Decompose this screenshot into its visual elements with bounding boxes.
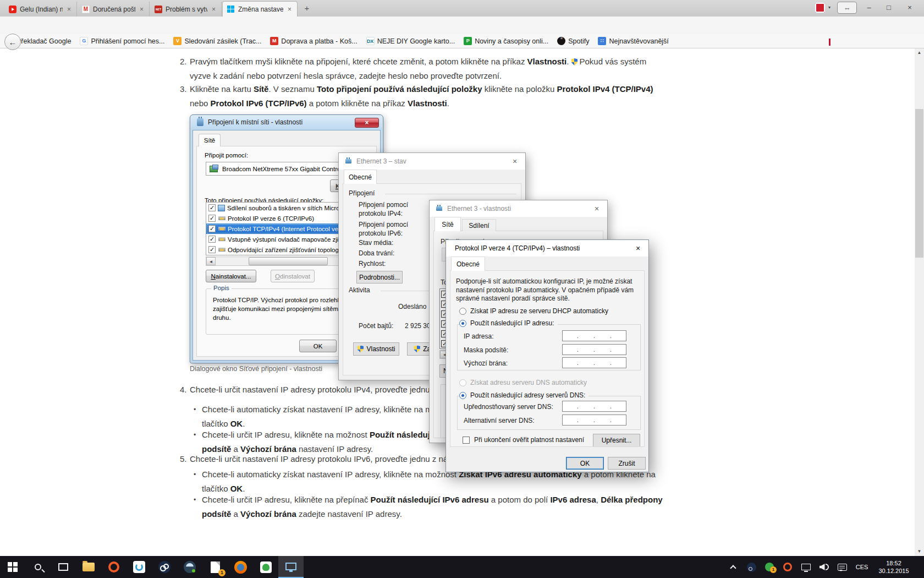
radio-dns-auto-disabled[interactable]: Získat adresu serveru DNS automaticky	[459, 379, 587, 386]
tab-sharing[interactable]: Sdílení	[462, 219, 496, 231]
start-button[interactable]	[0, 556, 25, 578]
close-button[interactable]: ×	[586, 204, 607, 213]
radio-icon[interactable]	[459, 308, 466, 315]
bookmark-google-login[interactable]: GPřihlášení pomocí hes...	[80, 37, 164, 45]
uplay-icon	[133, 561, 145, 573]
ip-address-input[interactable]: . . .	[562, 330, 626, 341]
network-plug-icon	[197, 118, 204, 126]
evernote-button[interactable]	[253, 556, 278, 578]
notepad-button[interactable]: 1	[202, 556, 228, 578]
desktop: Gelu (Indian) na Sobotno... × M Doručená…	[0, 0, 924, 578]
window-minimize-button[interactable]: –	[859, 0, 879, 14]
activity-group-label: Aktivita	[349, 286, 370, 294]
tab-site[interactable]: Sítě	[435, 217, 461, 231]
language-indicator[interactable]: CES	[853, 564, 871, 570]
bookmarks-bar: GPřekladač Google GPřihlášení pomocí hes…	[0, 34, 924, 48]
bookmark-label: Přihlášení pomocí hes...	[91, 37, 164, 45]
tab-close-icon[interactable]: ×	[287, 6, 293, 13]
titlebar[interactable]: Ethernet 3 - vlastnosti ×	[430, 200, 607, 217]
preferred-dns-input[interactable]: . . .	[562, 401, 626, 412]
tab-general[interactable]: Obecné	[344, 170, 377, 184]
radio-dhcp[interactable]: Získat IP adresu ze serveru DHCP automat…	[459, 307, 608, 315]
close-icon: ×	[355, 118, 379, 128]
bookmark-news[interactable]: PNoviny a časopisy onli...	[464, 37, 548, 45]
radio-static-ip[interactable]: Použít následující IP adresu:	[459, 319, 558, 327]
tab-youtube[interactable]: Gelu (Indian) na Sobotno... ×	[4, 2, 77, 17]
advanced-button[interactable]: Upřesnit...	[593, 434, 640, 447]
speaker-icon	[820, 564, 825, 570]
addon-dropdown-caret[interactable]: ▾	[825, 0, 834, 14]
windows-start-icon	[8, 562, 18, 572]
details-button[interactable]: Podrobnosti...	[356, 271, 403, 283]
tab-groups-button[interactable]: ⇔	[837, 2, 857, 14]
firefox-icon	[234, 561, 247, 574]
scrollbar-thumb[interactable]	[915, 109, 923, 258]
tray-network[interactable]	[798, 556, 813, 578]
active-window-button[interactable]	[278, 556, 304, 578]
evernote-icon: 1	[765, 563, 774, 571]
tray-steam[interactable]	[744, 556, 759, 578]
steam-button[interactable]	[152, 556, 177, 578]
ok-button[interactable]: OK	[566, 457, 604, 470]
radio-disabled-icon[interactable]	[459, 379, 466, 386]
firefox-button[interactable]	[228, 556, 253, 578]
file-explorer-button[interactable]	[76, 556, 101, 578]
tray-volume[interactable]	[816, 556, 832, 578]
radio-selected-icon[interactable]	[459, 392, 466, 399]
daemon-tools-button[interactable]	[177, 556, 202, 578]
cancel-button[interactable]: Zrušit	[608, 457, 646, 470]
default-gateway-label: Výchozí brána:	[464, 359, 508, 367]
addon-badge-icon[interactable]	[815, 3, 825, 13]
bookmark-tracking[interactable]: VSledování zásilek (Trac...	[173, 37, 261, 45]
tab-gmail[interactable]: M Doručená pošta (1) - czbar... ×	[78, 2, 150, 17]
new-tab-button[interactable]: +	[300, 3, 314, 13]
taskbar-search-button[interactable]	[25, 556, 51, 578]
bookmark-most-visited[interactable]: ∷Nejnavštěvovanější	[598, 37, 668, 45]
spotify-icon: ≡	[557, 37, 565, 45]
radio-selected-icon[interactable]	[459, 320, 466, 327]
tab-close-icon[interactable]: ×	[139, 6, 145, 13]
checkbox-checked-icon	[208, 215, 216, 222]
bookmark-neje[interactable]: DXNEJE DIY Google karto...	[366, 37, 455, 45]
tray-origin[interactable]	[780, 556, 795, 578]
scroll-up-arrow[interactable]: ▲	[915, 48, 924, 57]
uplay-button[interactable]	[127, 556, 152, 578]
close-button[interactable]: ×	[504, 157, 525, 166]
default-gateway-input[interactable]: . . .	[562, 357, 626, 368]
tray-evernote[interactable]: 1	[762, 556, 777, 578]
properties-button[interactable]: Vlastnosti	[353, 342, 399, 356]
titlebar[interactable]: Ethernet 3 – stav ×	[339, 153, 525, 170]
validate-checkbox-row[interactable]: Při ukončení ověřit platnost nastavení	[463, 436, 584, 444]
bookmark-spotify[interactable]: ≡Spotify	[557, 37, 589, 45]
sound-waves-icon	[826, 564, 829, 570]
scroll-down-arrow[interactable]: ▼	[915, 547, 924, 556]
sent-label: Odesláno	[398, 303, 426, 310]
tray-overflow-button[interactable]	[725, 556, 741, 578]
subnet-mask-input[interactable]: . . .	[562, 344, 626, 355]
dialog-title: Ethernet 3 – stav	[356, 157, 406, 165]
radio-dns-static[interactable]: Použít následující adresy serverů DNS:	[459, 391, 588, 399]
origin-button[interactable]	[101, 556, 127, 578]
search-icon	[35, 564, 41, 570]
back-button[interactable]: ←	[4, 34, 21, 50]
tab-forum[interactable]: NET Problém s vytvořením FTP... ×	[150, 2, 222, 17]
close-button[interactable]: ×	[628, 244, 648, 253]
tab-active-microsoft[interactable]: Změna nastavení protokol... ×	[222, 1, 298, 17]
tray-notifications[interactable]	[834, 556, 850, 578]
network-window-icon	[285, 563, 296, 570]
checkbox-unchecked-icon[interactable]	[463, 437, 470, 444]
bookmark-shipping[interactable]: MDoprava a platba - Koš...	[270, 37, 357, 45]
tab-close-icon[interactable]: ×	[211, 6, 217, 13]
page-scrollbar[interactable]: ▲ ▼	[915, 48, 924, 556]
taskbar-clock[interactable]: 18:52 30.12.2015	[874, 559, 914, 575]
task-view-button[interactable]	[51, 556, 76, 578]
titlebar[interactable]: Protokol IP verze 4 (TCP/IPv4) – vlastno…	[446, 240, 648, 257]
bookmark-label: Doprava a platba - Koš...	[281, 37, 357, 45]
alternate-dns-input[interactable]: . . .	[562, 415, 626, 426]
checkbox-checked-icon	[208, 236, 216, 243]
tab-close-icon[interactable]: ×	[66, 6, 72, 13]
window-maximize-button[interactable]: □	[879, 0, 899, 14]
window-close-button[interactable]: ×	[900, 0, 920, 14]
tab-general[interactable]: Obecné	[451, 257, 485, 271]
dialog-title: Ethernet 3 - vlastnosti	[447, 205, 511, 212]
